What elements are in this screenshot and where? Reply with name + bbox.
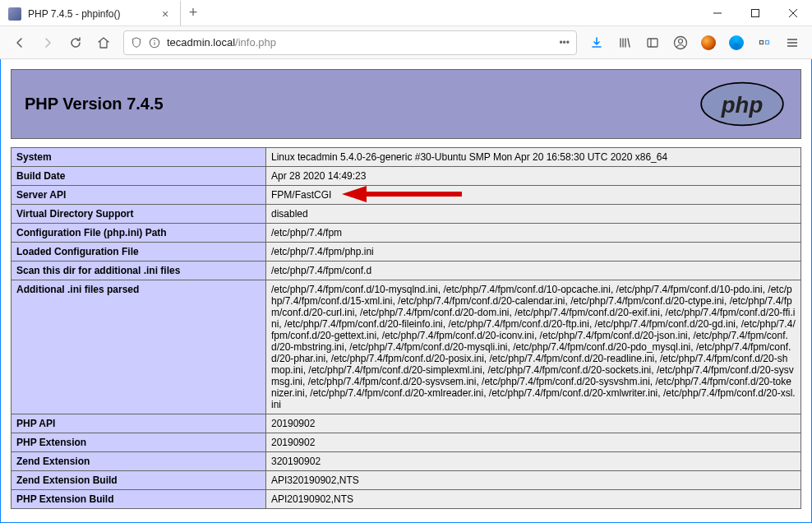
- browser-tab[interactable]: PHP 7.4.5 - phpinfo() ×: [0, 0, 181, 25]
- svg-rect-1: [752, 9, 759, 16]
- table-row: Server APIFPM/FastCGI: [12, 186, 801, 205]
- row-key: PHP Extension Build: [12, 490, 266, 509]
- extension-icon-1[interactable]: [695, 30, 722, 56]
- row-key: PHP Extension: [12, 433, 266, 452]
- table-row: Build DateApr 28 2020 14:49:23: [12, 167, 801, 186]
- window-titlebar: PHP 7.4.5 - phpinfo() × +: [0, 0, 812, 26]
- page-actions-icon[interactable]: •••: [559, 37, 570, 49]
- row-value: API320190902,NTS: [266, 471, 801, 490]
- reload-button[interactable]: [62, 30, 89, 56]
- close-button[interactable]: [774, 0, 812, 25]
- phpinfo-header: PHP Version 7.4.5 php: [11, 69, 801, 139]
- table-row: PHP Extension BuildAPI20190902,NTS: [12, 490, 801, 509]
- svg-rect-11: [760, 40, 764, 44]
- row-value: API20190902,NTS: [266, 490, 801, 509]
- svg-point-10: [679, 39, 683, 43]
- table-row: Scan this dir for additional .ini files/…: [12, 262, 801, 280]
- url-bar[interactable]: tecadmin.local/info.php •••: [123, 30, 577, 55]
- back-button[interactable]: [7, 30, 33, 56]
- tab-favicon: [8, 7, 21, 21]
- shield-icon[interactable]: [131, 37, 142, 49]
- forward-button[interactable]: [35, 30, 61, 56]
- svg-text:php: php: [721, 92, 763, 118]
- row-value: FPM/FastCGI: [266, 186, 801, 205]
- table-row: Zend Extension BuildAPI320190902,NTS: [12, 471, 801, 490]
- svg-point-5: [154, 39, 155, 40]
- table-row: PHP API20190902: [12, 414, 801, 433]
- row-key: Zend Extension: [12, 452, 266, 471]
- page-scroll-area[interactable]: PHP Version 7.4.5 php SystemLinux tecadm…: [1, 59, 811, 522]
- row-key: Scan this dir for additional .ini files: [12, 262, 266, 280]
- library-button[interactable]: [611, 30, 638, 56]
- row-key: Loaded Configuration File: [12, 243, 266, 262]
- row-key: Zend Extension Build: [12, 471, 266, 490]
- svg-rect-7: [648, 39, 657, 47]
- minimize-button[interactable]: [699, 0, 736, 25]
- row-value: disabled: [266, 205, 801, 224]
- table-row: Zend Extension320190902: [12, 452, 801, 471]
- phpinfo-table: SystemLinux tecadmin 5.4.0-26-generic #3…: [11, 147, 801, 509]
- downloads-button[interactable]: [584, 30, 610, 56]
- row-value: Linux tecadmin 5.4.0-26-generic #30-Ubun…: [266, 148, 801, 167]
- row-key: Virtual Directory Support: [12, 205, 266, 224]
- php-logo: php: [697, 81, 787, 127]
- row-value: /etc/php/7.4/fpm: [266, 224, 801, 243]
- row-value: 20190902: [266, 414, 801, 433]
- table-row: SystemLinux tecadmin 5.4.0-26-generic #3…: [12, 148, 801, 167]
- row-key: Configuration File (php.ini) Path: [12, 224, 266, 243]
- row-value: 320190902: [266, 452, 801, 471]
- table-row: Virtual Directory Supportdisabled: [12, 205, 801, 224]
- menu-button[interactable]: [779, 30, 805, 56]
- account-button[interactable]: [667, 30, 694, 56]
- row-value: /etc/php/7.4/fpm/conf.d: [266, 262, 801, 280]
- table-row: Loaded Configuration File/etc/php/7.4/fp…: [12, 243, 801, 262]
- phpinfo-page: PHP Version 7.4.5 php SystemLinux tecadm…: [1, 59, 811, 519]
- new-tab-button[interactable]: +: [181, 0, 205, 25]
- row-key: Additional .ini files parsed: [12, 280, 266, 414]
- tab-close-button[interactable]: ×: [159, 7, 172, 21]
- row-value: /etc/php/7.4/fpm/conf.d/10-mysqlnd.ini, …: [266, 280, 801, 414]
- info-icon[interactable]: [149, 37, 160, 49]
- svg-marker-19: [342, 186, 367, 202]
- row-key: System: [12, 148, 266, 167]
- window-controls: [699, 0, 812, 25]
- svg-rect-12: [766, 40, 769, 44]
- row-value: Apr 28 2020 14:49:23: [266, 167, 801, 186]
- tab-title: PHP 7.4.5 - phpinfo(): [28, 8, 159, 20]
- extensions-overflow[interactable]: [751, 30, 777, 56]
- row-key: Server API: [12, 186, 266, 205]
- maximize-button[interactable]: [736, 0, 774, 25]
- url-text: tecadmin.local/info.php: [167, 36, 552, 49]
- row-key: Build Date: [12, 167, 266, 186]
- table-row: Configuration File (php.ini) Path/etc/ph…: [12, 224, 801, 243]
- row-key: PHP API: [12, 414, 266, 433]
- row-value: 20190902: [266, 433, 801, 452]
- table-row: Additional .ini files parsed/etc/php/7.4…: [12, 280, 801, 414]
- browser-toolbar: tecadmin.local/info.php •••: [0, 26, 812, 59]
- home-button[interactable]: [90, 30, 117, 56]
- annotation-arrow: [339, 183, 470, 205]
- row-value: /etc/php/7.4/fpm/php.ini: [266, 243, 801, 262]
- table-row: PHP Extension20190902: [12, 433, 801, 452]
- extension-icon-2[interactable]: [723, 30, 750, 56]
- sidebar-button[interactable]: [639, 30, 666, 56]
- page-title: PHP Version 7.4.5: [25, 95, 164, 113]
